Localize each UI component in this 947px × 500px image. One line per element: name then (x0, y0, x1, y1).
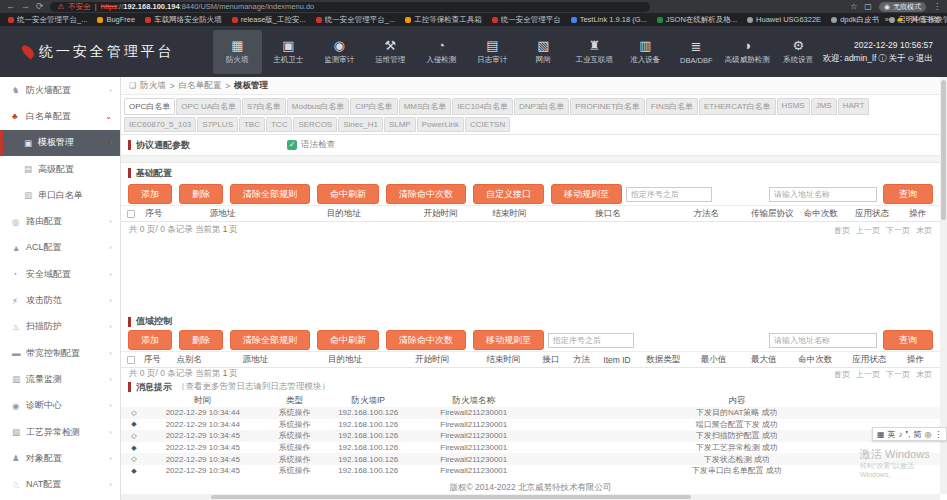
action-button[interactable]: 清除命中次数 (386, 184, 466, 204)
pagination-link[interactable]: 下一页 (886, 369, 910, 380)
action-button[interactable]: 清除全部规则 (230, 184, 310, 204)
sidebar-item[interactable]: ▲ ACL配置 › (0, 235, 120, 261)
top-nav-item[interactable]: ⚒ 运维管理 (366, 30, 415, 74)
other-bookmarks-button[interactable]: 其他书签 (911, 15, 941, 25)
protocol-tab[interactable]: SLMP (384, 117, 416, 132)
sidebar-item[interactable]: ◉ 诊断中心 › (0, 393, 120, 419)
top-nav-item[interactable]: ♜ 工业互联墙 (570, 30, 619, 74)
extension-icon[interactable]: ▢ (864, 2, 872, 11)
pagination-link[interactable]: 下一页 (886, 225, 910, 236)
protocol-tab[interactable]: PowerLink (417, 117, 464, 132)
sidebar-item[interactable]: ▥ 流量监测 › (0, 366, 120, 392)
bookmark-item[interactable]: 统一安全管理平台_... (316, 15, 395, 25)
logout-link[interactable]: 退出 (916, 52, 933, 65)
protocol-tab[interactable]: S7PLUS (197, 117, 238, 132)
bookmark-item[interactable]: BugFree (97, 15, 135, 24)
protocol-tab[interactable]: HSMS (777, 98, 810, 115)
protocol-tab[interactable]: IEC60870_5_103 (124, 117, 196, 132)
pagination-link[interactable]: 首页 (834, 369, 850, 380)
vertical-scrollbar-thumb[interactable] (941, 80, 946, 220)
sidebar-item[interactable]: ▬ 带宽控制配置 › (0, 340, 120, 366)
protocol-tab[interactable]: JMS (811, 98, 837, 115)
top-nav-item[interactable]: ▦ 防火墙 (213, 30, 262, 74)
top-nav-item[interactable]: ▥ 准入设备 (621, 30, 670, 74)
browser-reload-button[interactable]: ⟳ (36, 0, 44, 13)
sidebar-item[interactable]: ▤ 高级配置 (0, 156, 120, 182)
bookmarks-overflow-icon[interactable]: » (885, 15, 889, 24)
top-nav-item[interactable]: ◉ 监测审计 (315, 30, 364, 74)
protocol-tab[interactable]: IEC104白名单 (452, 98, 513, 115)
protocol-tab[interactable]: PROFINET白名单 (570, 98, 644, 115)
action-button[interactable]: 自定义接口 (473, 184, 544, 204)
browser-forward-button[interactable]: → (21, 0, 30, 13)
top-nav-item[interactable]: ▤ 日志审计 (468, 30, 517, 74)
search-button[interactable]: 查询 (883, 184, 933, 204)
ime-emoji-icon[interactable]: ◎ (924, 430, 931, 439)
horizontal-scrollbar[interactable] (121, 494, 940, 500)
browser-back-button[interactable]: ← (6, 0, 15, 13)
bookmark-item[interactable]: dpdk白皮书 (831, 15, 879, 25)
url-field[interactable]: ⚠ 不安全 | https://192.168.100.194:8440/USM… (50, 2, 650, 12)
protocol-tab[interactable]: CCIETSN (465, 117, 510, 132)
logout-icon[interactable]: ⊖ (907, 52, 914, 65)
browser-menu-icon[interactable]: ⋮ (933, 2, 941, 11)
action-button[interactable]: 删除 (179, 184, 223, 204)
protocol-tab[interactable]: TBC (239, 117, 265, 132)
address-search-input[interactable] (769, 187, 877, 202)
ime-simplified-toggle[interactable]: 简 (913, 429, 921, 440)
sidebar-item[interactable]: ▥ 串口白名单 (0, 182, 120, 208)
sidebar-item[interactable]: ◔ 安全域配置 › (0, 261, 120, 287)
pagination-link[interactable]: 上一页 (856, 225, 880, 236)
ime-more-icon[interactable]: ⋮ (934, 430, 942, 439)
protocol-tab[interactable]: CIP白名单 (350, 98, 397, 115)
action-button[interactable]: 删除 (179, 330, 223, 350)
protocol-tab[interactable]: SERCOS (293, 117, 337, 132)
about-link[interactable]: 关于 (888, 52, 905, 65)
pagination-link[interactable]: 末页 (916, 225, 932, 236)
pagination-link[interactable]: 上一页 (856, 369, 880, 380)
sidebar-item[interactable]: ♞ 防火墙配置 › (0, 77, 120, 103)
horizontal-scrollbar-thumb[interactable] (211, 495, 691, 499)
protocol-tab[interactable]: OPC UA白名单 (176, 98, 241, 115)
checkbox-checked-icon[interactable]: ✓ (287, 140, 297, 150)
address-search-input[interactable] (769, 333, 877, 348)
action-button[interactable]: 添加 (128, 330, 172, 350)
sidebar-item[interactable]: ▣ 模板管理 › (0, 130, 120, 156)
protocol-tab[interactable]: HART (838, 98, 870, 115)
protocol-tab[interactable]: Modbus白名单 (287, 98, 349, 115)
breadcrumb-item[interactable]: 白名单配置 (179, 80, 222, 92)
pagination-link[interactable]: 首页 (834, 225, 850, 236)
protocol-tab[interactable]: MMS白名单 (399, 98, 452, 115)
protocol-tab[interactable]: DNP3白名单 (514, 98, 569, 115)
sidebar-item[interactable]: ♟ 对象配置 › (0, 445, 120, 471)
sidebar-item[interactable]: ▧ 工艺异常检测 › (0, 419, 120, 445)
protocol-tab[interactable]: Sinec_H1 (338, 117, 383, 132)
top-nav-item[interactable]: ≣ DBA/DBF (672, 30, 721, 74)
bookmark-item[interactable]: 车载网络安全防火墙 (145, 15, 222, 25)
top-nav-item[interactable]: ▣ 主机卫士 (264, 30, 313, 74)
search-button[interactable]: 查询 (883, 330, 933, 350)
action-button[interactable]: 添加 (128, 184, 172, 204)
action-button[interactable]: 移动规则至 (473, 330, 544, 350)
action-button[interactable]: 清除全部规则 (230, 330, 310, 350)
protocol-tab[interactable]: FINS白名单 (646, 98, 698, 115)
protocol-tab[interactable]: TCC (266, 117, 292, 132)
bookmark-item[interactable]: 工控等保检查工具箱 (405, 15, 482, 25)
pagination-link[interactable]: 末页 (916, 369, 932, 380)
ime-toolbar[interactable]: ▦ 英 ♪ ❜, 简 ◎ ⋮ (872, 427, 947, 441)
sidebar-item[interactable]: ⚡ 攻击防范 › (0, 287, 120, 313)
top-nav-item[interactable]: ⚙ 系统设置 (774, 30, 823, 74)
select-all-checkbox[interactable] (127, 356, 135, 364)
bookmark-item[interactable]: 统一安全管理平台_... (8, 15, 87, 25)
ime-note-icon[interactable]: ♪ (899, 430, 903, 439)
bookmark-star-icon[interactable]: ☆ (850, 2, 857, 11)
breadcrumb-item[interactable]: 防火墙 (140, 80, 166, 92)
about-icon[interactable]: ⓘ (878, 52, 886, 65)
move-sequence-input[interactable] (626, 187, 712, 202)
sidebar-item[interactable]: ♣ 白名单配置 ⌄ (0, 103, 120, 129)
protocol-tab[interactable]: OPC白名单 (124, 98, 175, 115)
bookmark-item[interactable]: TestLink 1.9.18 (G... (571, 15, 647, 24)
action-button[interactable]: 命中刷新 (317, 184, 379, 204)
action-button[interactable]: 清除命中次数 (386, 330, 466, 350)
protocol-tab[interactable]: S7白名单 (242, 98, 286, 115)
